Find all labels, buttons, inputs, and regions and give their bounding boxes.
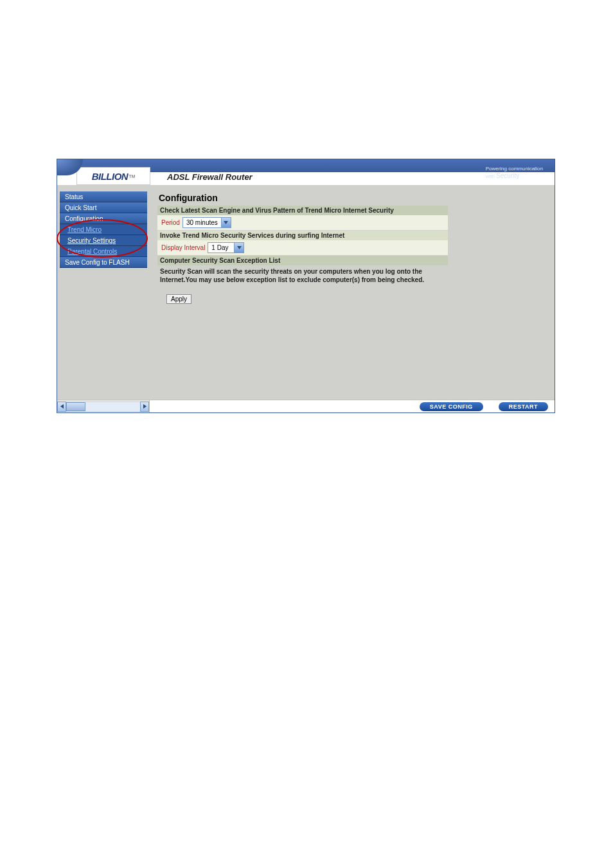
section-heading-invoke-services: Invoke Trend Micro Security Services dur…: [157, 231, 448, 240]
router-admin-window: BILLION TM ADSL Firewall Router Powering…: [57, 159, 555, 413]
display-interval-label: Display Interval: [161, 244, 205, 251]
sidebar-item-status[interactable]: Status: [60, 191, 147, 202]
sidebar-item-quick-start[interactable]: Quick Start: [60, 202, 147, 213]
period-select-value: 30 minutes: [183, 219, 221, 226]
scroll-right-button[interactable]: [140, 402, 149, 412]
chevron-down-icon: [234, 243, 244, 252]
brand-trademark: TM: [129, 174, 135, 179]
restart-button[interactable]: RESTART: [499, 402, 548, 411]
display-interval-select-value: 1 Day: [208, 244, 234, 251]
tagline: Powering communication with Security: [486, 166, 543, 180]
brand-logo: BILLION TM: [76, 167, 150, 185]
sidebar-item-security-settings[interactable]: Security Settings: [60, 235, 147, 246]
header-bar: BILLION TM ADSL Firewall Router Powering…: [57, 159, 555, 185]
tagline-line-2-main: Security: [496, 172, 519, 179]
chevron-down-icon: [221, 218, 231, 227]
display-interval-row: Display Interval 1 Day: [157, 240, 448, 255]
content-pane: Configuration Check Latest Scan Engine a…: [150, 185, 555, 400]
sidebar-item-save-config-flash[interactable]: Save Config to FLASH: [60, 257, 147, 268]
page-title: Configuration: [157, 191, 448, 205]
footer-bar: SAVE CONFIG RESTART: [57, 400, 555, 412]
sidebar-horizontal-scrollbar[interactable]: [57, 400, 150, 412]
body-area: Status Quick Start Configuration Trend M…: [57, 185, 555, 400]
brand-logo-text: BILLION: [92, 171, 129, 182]
tagline-line-2-prefix: with: [486, 173, 496, 179]
sidebar-item-trend-micro[interactable]: Trend Micro: [60, 224, 147, 235]
scroll-track[interactable]: [66, 402, 140, 412]
period-label: Period: [161, 219, 180, 226]
section-heading-scan-engine: Check Latest Scan Engine and Virus Patte…: [157, 206, 448, 215]
configuration-panel: Configuration Check Latest Scan Engine a…: [157, 191, 448, 304]
apply-button[interactable]: Apply: [166, 294, 191, 304]
period-row: Period 30 minutes: [157, 215, 448, 230]
sidebar-nav: Status Quick Start Configuration Trend M…: [57, 185, 150, 400]
display-interval-select[interactable]: 1 Day: [208, 242, 244, 253]
section-heading-exception-list: Computer Security Scan Exception List: [157, 256, 448, 265]
period-select[interactable]: 30 minutes: [182, 217, 231, 228]
save-config-button[interactable]: SAVE CONFIG: [420, 402, 483, 411]
exception-list-description: Security Scan will scan the security thr…: [157, 265, 448, 285]
product-title: ADSL Firewall Router: [167, 172, 253, 182]
sidebar-item-parental-controls[interactable]: Parental Controls: [60, 246, 147, 257]
footer-actions: SAVE CONFIG RESTART: [150, 400, 555, 412]
sidebar-item-configuration[interactable]: Configuration: [60, 213, 147, 224]
scroll-left-button[interactable]: [57, 402, 66, 412]
tagline-line-1: Powering communication: [486, 166, 543, 172]
scroll-thumb[interactable]: [66, 402, 85, 411]
